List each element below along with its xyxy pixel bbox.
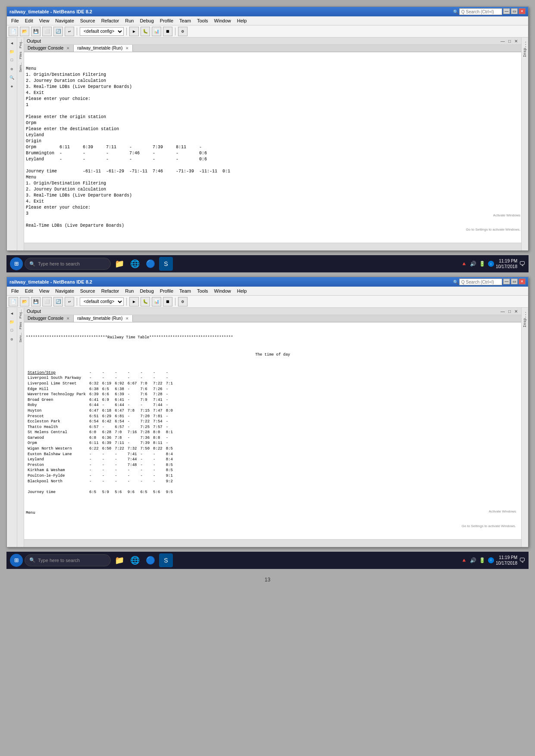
taskbar-app-netbeans-2[interactable]: S	[159, 553, 173, 567]
sidebar-label-proj[interactable]: Proj...	[18, 37, 23, 50]
close-button-1[interactable]: ✕	[519, 8, 526, 14]
menu-debug-1[interactable]: Debug	[137, 17, 156, 24]
toolbar-btn-undo-2[interactable]: ↩	[65, 297, 74, 306]
sidebar-icon-projects-2[interactable]: ◀	[8, 309, 16, 317]
sidebar-icon-projects[interactable]: ◀	[8, 39, 16, 47]
menu-edit-1[interactable]: Edit	[22, 17, 36, 24]
toolbar-run-1[interactable]: ▶	[129, 27, 139, 36]
toolbar-btn-5[interactable]: 🔄	[53, 27, 63, 36]
toolbar-debug-2[interactable]: 🐛	[141, 297, 150, 306]
sidebar-label-services[interactable]: Serv...	[18, 61, 23, 74]
menu-profile-2[interactable]: Profile	[157, 287, 176, 294]
minimize-button-1[interactable]: —	[503, 8, 510, 14]
menu-source-2[interactable]: Source	[78, 287, 98, 294]
menu-help-2[interactable]: Help	[235, 287, 250, 294]
toolbar-btn-new-1[interactable]: 📄	[9, 27, 18, 36]
toolbar-stop-2[interactable]: ⏹	[163, 297, 172, 306]
taskbar-app-netbeans-1[interactable]: S	[159, 257, 173, 271]
toolbar-btn-new-2[interactable]: 📄	[9, 297, 18, 306]
restore-button-2[interactable]: ▭	[511, 278, 518, 284]
toolbar-run-2[interactable]: ▶	[129, 297, 139, 306]
toolbar-btn-extra-1[interactable]: ⚙	[178, 27, 188, 36]
sidebar-icon-files[interactable]: 📁	[8, 48, 16, 56]
panel-minimize-btn-2[interactable]: —	[500, 309, 506, 314]
taskbar-app-chrome-2[interactable]: 🔵	[144, 553, 157, 567]
restore-button-1[interactable]: ▭	[511, 8, 518, 14]
close-button-2[interactable]: ✕	[519, 278, 526, 284]
toolbar-stop-1[interactable]: ⏹	[163, 27, 172, 36]
output-content-2[interactable]: ***********************************Railw…	[24, 322, 521, 539]
taskbar-app-edge-1[interactable]: 🌐	[128, 257, 142, 271]
taskbar-search-2[interactable]: 🔍 Type here to search	[25, 554, 111, 566]
menu-view-1[interactable]: View	[37, 17, 52, 24]
tab-debugger-console-2[interactable]: Debugger Console ✕	[24, 315, 74, 322]
panel-close-btn-2[interactable]: ✕	[513, 309, 519, 314]
sidebar-icon-services-2[interactable]: □	[8, 327, 16, 334]
menu-edit-2[interactable]: Edit	[22, 287, 36, 294]
menu-help-1[interactable]: Help	[235, 17, 250, 24]
menu-navigate-2[interactable]: Navigate	[53, 287, 76, 294]
sidebar-icon-services2[interactable]: ⚙	[8, 65, 16, 73]
right-label-insp-1[interactable]: Insp...	[522, 39, 528, 59]
tab-close-run[interactable]: ✕	[125, 46, 129, 50]
menu-view-2[interactable]: View	[37, 287, 52, 294]
menu-file-1[interactable]: File	[9, 17, 22, 24]
minimize-button-2[interactable]: —	[503, 278, 510, 284]
taskbar-app-file-2[interactable]: 📁	[113, 553, 126, 567]
sidebar-label-services-2[interactable]: Serv...	[18, 331, 23, 344]
menu-file-2[interactable]: File	[9, 287, 22, 294]
sidebar-icon-extra[interactable]: ◈	[8, 82, 16, 90]
taskbar-search-1[interactable]: 🔍 Type here to search	[25, 258, 111, 270]
config-dropdown-2[interactable]: <default config>	[80, 297, 124, 306]
tab-run-2[interactable]: railway_timetable (Run) ✕	[74, 315, 133, 322]
toolbar-btn-open-1[interactable]: 📂	[20, 27, 29, 36]
action-center-2[interactable]: 🗨	[519, 557, 525, 564]
menu-tools-2[interactable]: Tools	[194, 287, 211, 294]
search-input-1[interactable]	[459, 8, 502, 15]
tab-close-debugger-2[interactable]: ✕	[66, 316, 70, 321]
menu-refactor-2[interactable]: Refactor	[99, 287, 122, 294]
toolbar-btn-save-2[interactable]: 💾	[31, 297, 41, 306]
config-dropdown-1[interactable]: <default config>	[80, 27, 124, 36]
menu-team-1[interactable]: Team	[177, 17, 194, 24]
notification-badge-2[interactable]: i	[488, 557, 494, 563]
toolbar-btn-4[interactable]: ⬜	[42, 27, 52, 36]
panel-minimize-btn-1[interactable]: —	[500, 39, 506, 44]
toolbar-profile-2[interactable]: 📊	[152, 297, 161, 306]
start-button-1[interactable]: ⊞	[10, 257, 23, 270]
toolbar-btn-4b[interactable]: ⬜	[42, 297, 52, 306]
panel-maximize-btn-1[interactable]: □	[507, 39, 512, 44]
menu-debug-2[interactable]: Debug	[137, 287, 156, 294]
toolbar-profile-1[interactable]: 📊	[152, 27, 161, 36]
search-input-2[interactable]	[459, 278, 502, 285]
menu-source-1[interactable]: Source	[78, 17, 98, 24]
action-center-1[interactable]: 🗨	[519, 260, 525, 267]
menu-profile-1[interactable]: Profile	[157, 17, 176, 24]
taskbar-app-file-1[interactable]: 📁	[113, 257, 126, 271]
panel-close-btn-1[interactable]: ✕	[513, 39, 519, 44]
start-button-2[interactable]: ⊞	[10, 554, 23, 567]
menu-navigate-1[interactable]: Navigate	[53, 17, 76, 24]
toolbar-btn-open-2[interactable]: 📂	[20, 297, 29, 306]
menu-run-2[interactable]: Run	[122, 287, 136, 294]
taskbar-app-edge-2[interactable]: 🌐	[128, 553, 142, 567]
menu-refactor-1[interactable]: Refactor	[99, 17, 122, 24]
toolbar-btn-undo-1[interactable]: ↩	[65, 27, 74, 36]
sidebar-icon-services2-2[interactable]: ⚙	[8, 335, 16, 343]
toolbar-debug-1[interactable]: 🐛	[141, 27, 150, 36]
right-label-insp-2[interactable]: Insp...	[522, 309, 528, 329]
tab-debugger-console-1[interactable]: Debugger Console ✕	[24, 45, 74, 52]
tab-run-1[interactable]: railway_timetable (Run) ✕	[74, 45, 133, 52]
menu-window-1[interactable]: Window	[212, 17, 234, 24]
sidebar-icon-files-2[interactable]: 📁	[8, 318, 16, 326]
taskbar-app-chrome-1[interactable]: 🔵	[144, 257, 157, 271]
sidebar-label-files-2[interactable]: Files	[18, 320, 23, 331]
menu-team-2[interactable]: Team	[177, 287, 194, 294]
menu-window-2[interactable]: Window	[212, 287, 234, 294]
sidebar-label-files[interactable]: Files	[18, 50, 23, 61]
sidebar-icon-services[interactable]: □	[8, 56, 16, 64]
sidebar-label-proj-2[interactable]: Proj...	[18, 308, 23, 320]
menu-tools-1[interactable]: Tools	[194, 17, 211, 24]
output-content-1[interactable]: Menu 1. Origin/Destination Filtering 2. …	[24, 52, 521, 243]
toolbar-btn-save-1[interactable]: 💾	[31, 27, 41, 36]
